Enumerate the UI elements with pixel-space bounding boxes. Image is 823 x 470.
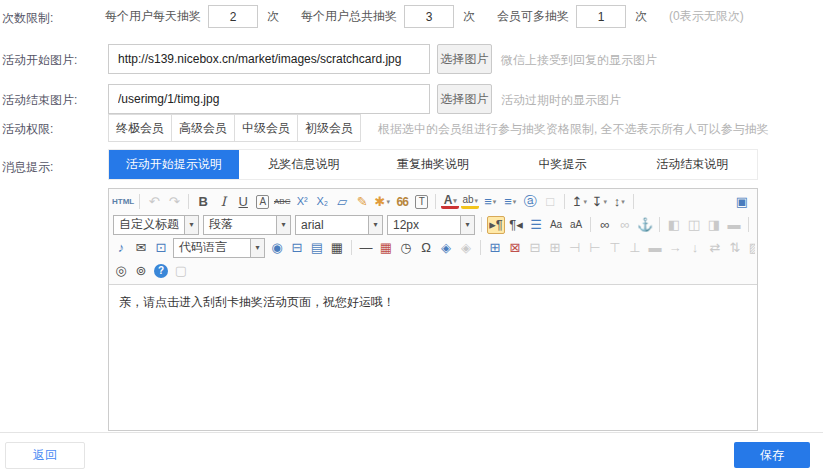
chevron-down-icon: ▾ (513, 198, 517, 205)
tab-activity-start[interactable]: 活动开始提示说明 (109, 150, 239, 179)
editor-content[interactable]: 亲，请点击进入刮刮卡抽奖活动页面，祝您好运哦！ (109, 285, 757, 430)
indent-first-line-icon[interactable]: ↥▾ (570, 193, 588, 211)
toolbar-separator (481, 217, 482, 232)
table-caption-icon[interactable]: ⊟ (526, 239, 544, 257)
permission-group: 终极会员 高级会员 中级会员 初级会员 (108, 114, 361, 142)
paragraph-select[interactable]: 段落▾ (203, 215, 291, 235)
font-border-icon[interactable]: A (256, 195, 269, 209)
underline-icon[interactable]: U (234, 193, 252, 211)
google-map-icon[interactable]: ◈ (457, 239, 475, 257)
paste-plain-text-icon[interactable]: T (415, 195, 428, 209)
split-columns-icon[interactable]: ⇅ (726, 239, 744, 257)
search-replace-icon[interactable]: ◎ (112, 262, 130, 280)
paragraph-spacing-icon[interactable]: ↧▾ (590, 193, 608, 211)
end-image-pick-button[interactable]: 选择图片 (437, 84, 492, 114)
baidu-map-icon[interactable]: ◈ (437, 239, 455, 257)
horizontal-rule-icon[interactable]: — (357, 239, 375, 257)
preview-icon[interactable]: ⊚ (132, 262, 150, 280)
format-eraser-icon[interactable]: ▱ (333, 193, 351, 211)
help-icon[interactable]: ? (154, 264, 168, 278)
limit-label: 次数限制: (2, 10, 53, 27)
template-icon[interactable]: ▤ (308, 239, 326, 257)
delete-column-icon[interactable]: ⊥ (626, 239, 644, 257)
font-size-select[interactable]: 12px▾ (387, 215, 475, 235)
back-button[interactable]: 返回 (5, 442, 85, 469)
permission-option-middle[interactable]: 中级会员 (234, 114, 298, 142)
paragraph-indent-icon[interactable]: ☰ (527, 216, 545, 234)
tab-activity-end[interactable]: 活动结束说明 (627, 150, 757, 179)
blank-page-icon[interactable]: □ (541, 193, 559, 211)
tab-win-prompt[interactable]: 中奖提示 (498, 150, 628, 179)
table-title-icon[interactable]: ⊞ (546, 239, 564, 257)
background-color-icon[interactable]: ab▾ (461, 194, 479, 209)
fullscreen-icon[interactable]: ▣ (733, 193, 751, 211)
custom-title-select[interactable]: 自定义标题▾ (113, 215, 199, 235)
chevron-down-icon: ▾ (493, 198, 497, 205)
image-inline-icon[interactable]: ▬ (725, 216, 743, 234)
delete-row-icon[interactable]: ⊤ (606, 239, 624, 257)
redo-icon[interactable]: ↷ (165, 193, 183, 211)
source-code-icon[interactable]: HTML (112, 193, 134, 211)
unordered-list-icon[interactable]: ≡▾ (501, 193, 519, 211)
insert-music-icon[interactable]: ♪ (112, 239, 130, 257)
to-uppercase-icon[interactable]: aA (567, 216, 585, 234)
subscript-icon[interactable]: X₂ (313, 193, 331, 211)
save-button[interactable]: 保存 (734, 442, 810, 468)
daily-draws-label: 每个用户每天抽奖 (105, 8, 201, 25)
merge-down-icon[interactable]: ↓ (686, 239, 704, 257)
permission-option-senior[interactable]: 高级会员 (171, 114, 235, 142)
blockquote-icon[interactable]: 66 (393, 193, 411, 211)
insert-image-icon[interactable]: ▤ (754, 216, 755, 234)
insert-date-icon[interactable]: ▦ (377, 239, 395, 257)
permission-option-junior[interactable]: 初级会员 (297, 114, 361, 142)
code-language-select[interactable]: 代码语言▾ (173, 238, 265, 258)
total-draws-input[interactable] (404, 5, 454, 28)
insert-frame-icon[interactable]: ⊡ (152, 239, 170, 257)
table-sort-icon[interactable]: ▨ (746, 239, 755, 257)
insert-row-icon[interactable]: ⊣ (566, 239, 584, 257)
insert-time-icon[interactable]: ◷ (397, 239, 415, 257)
ordered-list-icon[interactable]: ≡▾ (481, 193, 499, 211)
delete-table-icon[interactable]: ⊠ (506, 239, 524, 257)
insert-attachment-icon[interactable]: ✉ (132, 239, 150, 257)
image-align-center-icon[interactable]: ◫ (685, 216, 703, 234)
strikethrough-icon[interactable]: ABC (273, 193, 291, 211)
link-icon[interactable]: ∞ (596, 216, 614, 234)
insert-table-icon[interactable]: ⊞ (486, 239, 504, 257)
to-lowercase-icon[interactable]: Aa (547, 216, 565, 234)
end-image-input[interactable] (108, 84, 430, 114)
special-character-icon[interactable]: Ω (417, 239, 435, 257)
screenshot-icon[interactable]: ◉ (268, 239, 286, 257)
font-family-select[interactable]: arial▾ (295, 215, 383, 235)
start-image-pick-button[interactable]: 选择图片 (437, 44, 492, 74)
superscript-icon[interactable]: X² (293, 193, 311, 211)
page-break-icon[interactable]: ⊟ (288, 239, 306, 257)
snapscreen-icon[interactable]: ▦ (328, 239, 346, 257)
tab-redeem-info[interactable]: 兑奖信息说明 (239, 150, 369, 179)
italic-icon[interactable]: I (214, 193, 232, 211)
merge-cells-icon[interactable]: ▬ (646, 239, 664, 257)
image-align-right-icon[interactable]: ◨ (705, 216, 723, 234)
format-brush-icon[interactable]: ✎ (353, 193, 371, 211)
unlink-icon[interactable]: ∞ (616, 216, 634, 234)
anchor-insert-icon[interactable]: ⚓ (636, 216, 654, 234)
bold-icon[interactable]: B (194, 193, 212, 211)
start-image-input[interactable] (108, 44, 430, 74)
image-align-left-icon[interactable]: ◧ (665, 216, 683, 234)
merge-right-icon[interactable]: → (666, 239, 684, 257)
font-color-icon[interactable]: A▾ (441, 194, 459, 209)
direction-rtl-icon[interactable]: ¶◂ (507, 216, 525, 234)
daily-draws-unit: 次 (267, 8, 279, 25)
split-rows-icon[interactable]: ⇄ (706, 239, 724, 257)
direction-ltr-icon[interactable]: ▸¶ (487, 216, 505, 234)
paste-icon[interactable]: ▢ (172, 262, 190, 280)
anchor-mark-icon[interactable]: ⓐ (521, 193, 539, 211)
permission-option-ultimate[interactable]: 终极会员 (108, 114, 172, 142)
undo-icon[interactable]: ↶ (145, 193, 163, 211)
auto-typeset-icon[interactable]: ✱▾ (373, 193, 391, 211)
member-extra-draws-input[interactable] (576, 5, 626, 28)
daily-draws-input[interactable] (208, 5, 258, 28)
tab-repeat-draw[interactable]: 重复抽奖说明 (368, 150, 498, 179)
insert-column-icon[interactable]: ⊢ (586, 239, 604, 257)
line-spacing-icon[interactable]: ↕▾ (610, 193, 628, 211)
